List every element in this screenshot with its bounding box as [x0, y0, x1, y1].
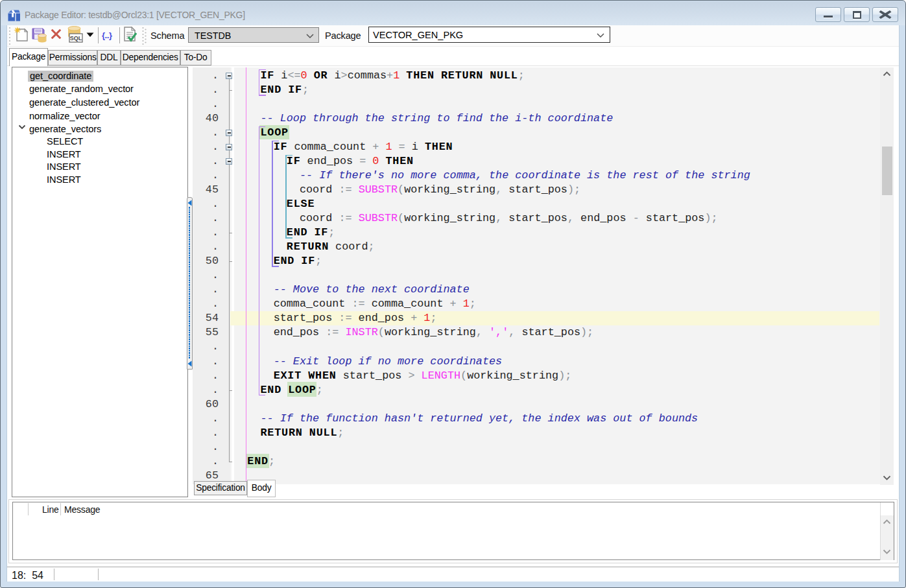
svg-text:SQL: SQL: [70, 35, 82, 41]
